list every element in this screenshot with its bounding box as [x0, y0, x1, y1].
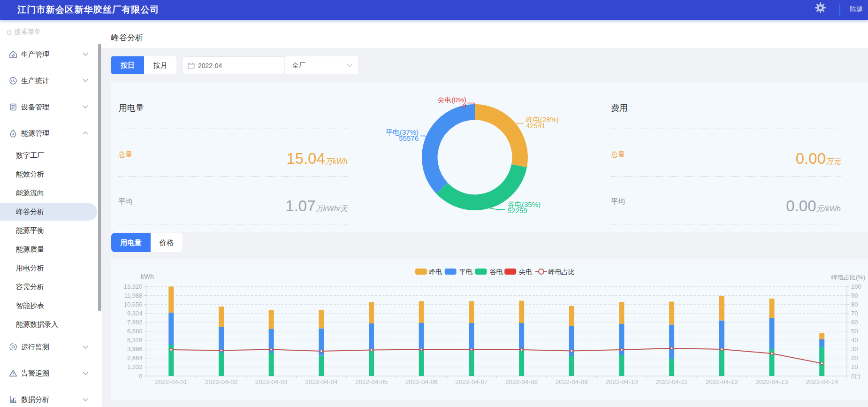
svg-text:2022-04-12: 2022-04-12 [706, 378, 738, 385]
svg-text:2022-04-14: 2022-04-14 [806, 378, 838, 385]
svg-text:谷电: 谷电 [490, 268, 503, 276]
svg-text:0日: 0日 [851, 373, 860, 380]
svg-text:2022-04-13: 2022-04-13 [755, 378, 788, 385]
svg-text:13,320: 13,320 [124, 283, 143, 290]
svg-text:尖电: 尖电 [519, 268, 532, 276]
svg-text:10,656: 10,656 [124, 301, 143, 308]
svg-text:平电: 平电 [459, 268, 472, 276]
svg-text:0: 0 [139, 373, 142, 380]
svg-text:9,324: 9,324 [127, 310, 143, 317]
svg-text:5,328: 5,328 [127, 337, 143, 344]
svg-text:3,996: 3,996 [127, 346, 143, 353]
svg-text:2022-04-01: 2022-04-01 [155, 378, 187, 385]
svg-text:10: 10 [851, 363, 858, 370]
svg-text:2022-04-11: 2022-04-11 [656, 378, 688, 385]
svg-text:70: 70 [851, 310, 858, 317]
svg-text:1,332: 1,332 [127, 363, 143, 370]
svg-text:6,660: 6,660 [127, 328, 143, 335]
svg-text:90: 90 [851, 292, 858, 299]
svg-text:60: 60 [851, 319, 858, 326]
svg-text:2022-04-02: 2022-04-02 [205, 378, 237, 385]
svg-text:kWh: kWh [141, 273, 154, 280]
svg-text:50: 50 [851, 328, 858, 335]
svg-text:峰电占比(%): 峰电占比(%) [831, 274, 865, 281]
svg-text:峰电: 峰电 [429, 268, 442, 276]
svg-text:2022-04-03: 2022-04-03 [255, 378, 288, 385]
svg-text:2022-04-08: 2022-04-08 [505, 378, 538, 385]
svg-text:30: 30 [851, 346, 858, 353]
svg-text:2022-04-05: 2022-04-05 [355, 378, 388, 385]
svg-text:2022-04-06: 2022-04-06 [405, 378, 438, 385]
svg-text:40: 40 [851, 337, 858, 344]
svg-text:2022-04-07: 2022-04-07 [455, 378, 487, 385]
svg-text:20: 20 [851, 354, 858, 361]
svg-text:2,664: 2,664 [127, 354, 143, 361]
svg-text:80: 80 [851, 301, 858, 308]
svg-text:11,988: 11,988 [124, 292, 143, 299]
svg-text:7,992: 7,992 [127, 319, 143, 326]
svg-text:2022-04-04: 2022-04-04 [305, 378, 338, 385]
svg-text:峰电占比: 峰电占比 [548, 268, 575, 276]
svg-text:2022-04-09: 2022-04-09 [556, 378, 588, 385]
svg-text:2022-04-10: 2022-04-10 [605, 378, 638, 385]
svg-text:100: 100 [851, 283, 861, 290]
